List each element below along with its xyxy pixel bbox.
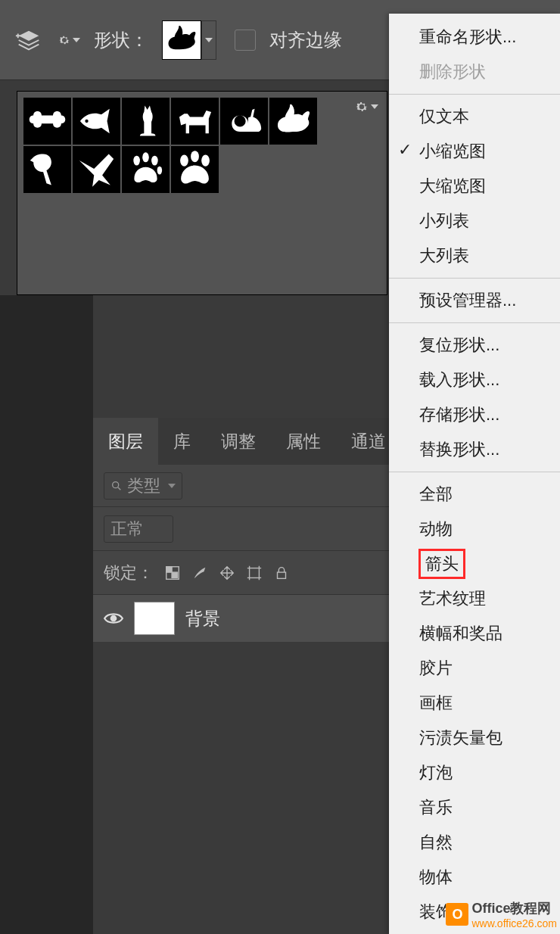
menu-item[interactable]: 载入形状... xyxy=(389,363,560,397)
shape-swatch-rabbit[interactable] xyxy=(269,98,317,145)
align-edges-label: 对齐边缘 xyxy=(269,28,342,52)
blend-mode-select[interactable]: 正常 xyxy=(104,515,173,543)
menu-item[interactable]: 箭头 xyxy=(419,550,465,578)
menu-item[interactable]: 胶片 xyxy=(389,651,560,686)
shape-dropdown-button[interactable] xyxy=(201,20,216,60)
svg-point-4 xyxy=(180,155,188,167)
shape-swatch-bone[interactable] xyxy=(23,98,71,145)
shape-picker-panel xyxy=(17,91,387,295)
watermark-badge-icon: O xyxy=(446,903,468,926)
layer-thumbnail[interactable] xyxy=(134,602,175,635)
menu-item[interactable]: 形状 xyxy=(389,929,560,934)
menu-separator xyxy=(389,278,560,279)
menu-item[interactable]: 动物 xyxy=(389,512,560,546)
menu-separator xyxy=(389,472,560,472)
layer-name: 背景 xyxy=(185,607,220,630)
svg-point-5 xyxy=(191,151,199,162)
current-shape-preview[interactable] xyxy=(162,20,201,60)
menu-item[interactable]: 自然 xyxy=(389,825,560,860)
menu-item[interactable]: 替换形状... xyxy=(389,432,560,467)
lock-artboard-icon[interactable] xyxy=(246,565,263,581)
shape-swatch-parrot[interactable] xyxy=(23,146,71,193)
svg-rect-16 xyxy=(166,566,172,571)
svg-point-21 xyxy=(111,616,117,621)
menu-item[interactable]: 横幅和奖品 xyxy=(389,616,560,651)
svg-rect-20 xyxy=(278,572,286,578)
menu-item[interactable]: 画框 xyxy=(389,686,560,721)
menu-item: 删除形状 xyxy=(389,54,560,89)
svg-point-6 xyxy=(201,155,210,167)
svg-point-2 xyxy=(151,156,158,166)
visibility-eye-icon[interactable] xyxy=(104,609,123,628)
shape-swatch-dog[interactable] xyxy=(171,98,219,145)
menu-item[interactable]: 预设管理器... xyxy=(389,283,560,318)
shape-swatch-snail[interactable] xyxy=(220,98,268,145)
watermark-title: Office教程网 xyxy=(471,901,551,916)
menu-item[interactable]: 存储形状... xyxy=(389,397,560,432)
svg-point-7 xyxy=(113,481,119,487)
menu-item[interactable]: 仅文本 xyxy=(389,99,560,134)
svg-point-1 xyxy=(142,152,149,162)
watermark-url: www.office26.com xyxy=(471,917,557,929)
svg-point-3 xyxy=(157,167,162,175)
lock-position-icon[interactable] xyxy=(219,565,235,581)
menu-separator xyxy=(389,94,560,95)
shape-swatch-paw-small[interactable] xyxy=(122,146,170,193)
svg-rect-19 xyxy=(250,568,260,578)
align-edges-checkbox[interactable] xyxy=(235,30,256,51)
menu-item[interactable]: 污渍矢量包 xyxy=(389,721,560,755)
menu-item[interactable]: 重命名形状... xyxy=(389,20,560,54)
menu-item[interactable]: 大列表 xyxy=(389,238,560,273)
menu-item[interactable]: 物体 xyxy=(389,860,560,895)
lock-label: 锁定： xyxy=(104,562,154,584)
tab-layers[interactable]: 图层 xyxy=(93,418,158,465)
shape-swatch-cat[interactable] xyxy=(122,98,170,145)
menu-item[interactable]: 小列表 xyxy=(389,204,560,238)
shape-swatch-fish[interactable] xyxy=(73,98,120,145)
shape-swatch-bird[interactable] xyxy=(73,146,120,193)
tab-properties[interactable]: 属性 xyxy=(271,418,336,465)
shape-swatch-paw[interactable] xyxy=(171,146,219,193)
lock-transparency-icon[interactable] xyxy=(164,565,181,581)
dock-strip xyxy=(0,295,93,934)
layer-filter-kind-label: 类型 xyxy=(127,475,160,497)
menu-item[interactable]: 小缩览图 xyxy=(389,134,560,169)
tab-adjustments[interactable]: 调整 xyxy=(206,418,271,465)
menu-item[interactable]: 艺术纹理 xyxy=(389,581,560,616)
picker-flyout-gear-icon[interactable] xyxy=(353,95,380,118)
gear-icon[interactable] xyxy=(58,29,80,51)
svg-rect-17 xyxy=(172,572,177,578)
watermark: O Office教程网 www.office26.com xyxy=(446,899,557,929)
svg-point-0 xyxy=(133,156,140,166)
shape-preset-menu: 重命名形状...删除形状仅文本小缩览图大缩览图小列表大列表预设管理器...复位形… xyxy=(389,14,560,934)
shape-label: 形状： xyxy=(94,28,148,52)
lock-brush-icon[interactable] xyxy=(191,565,208,581)
menu-item[interactable]: 复位形状... xyxy=(389,328,560,363)
menu-item[interactable]: 大缩览图 xyxy=(389,169,560,204)
tab-libraries[interactable]: 库 xyxy=(158,418,206,465)
layer-filter-kind[interactable]: 类型 xyxy=(104,472,182,500)
layers-icon[interactable] xyxy=(14,25,44,55)
menu-item[interactable]: 灯泡 xyxy=(389,755,560,790)
lock-all-icon[interactable] xyxy=(273,565,290,581)
menu-item[interactable]: 全部 xyxy=(389,477,560,512)
menu-separator xyxy=(389,322,560,323)
menu-item[interactable]: 音乐 xyxy=(389,790,560,825)
